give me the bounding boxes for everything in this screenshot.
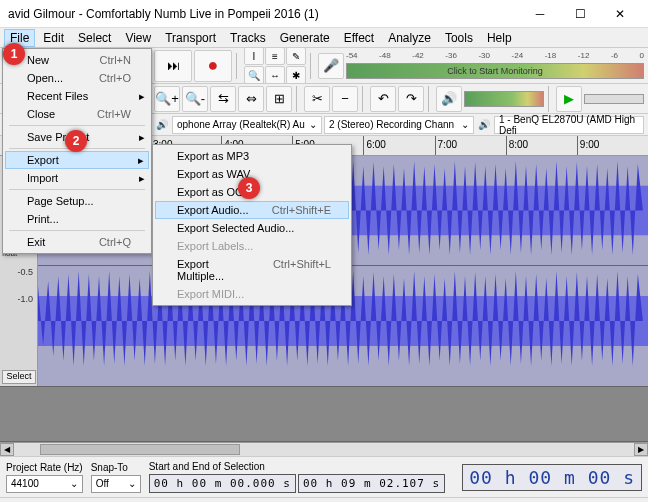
file-exit[interactable]: ExitCtrl+Q [5, 233, 149, 251]
file-close[interactable]: CloseCtrl+W [5, 105, 149, 123]
project-rate-label: Project Rate (Hz) [6, 462, 83, 473]
audio-position-display[interactable]: 00 h 00 m 00 s [462, 464, 642, 491]
track-select-button[interactable]: Select [2, 370, 36, 384]
fit-project-button[interactable]: ⇔ [238, 86, 264, 112]
silence-button[interactable]: − [332, 86, 358, 112]
scroll-left-button[interactable]: ◀ [0, 443, 14, 456]
minimize-button[interactable]: ─ [520, 0, 560, 28]
titlebar: avid Gilmour - Comfortably Numb Live in … [0, 0, 648, 28]
menu-help[interactable]: Help [481, 29, 518, 47]
annotation-2: 2 [65, 130, 87, 152]
menu-select[interactable]: Select [72, 29, 117, 47]
snap-to-combo[interactable]: Off⌄ [91, 475, 141, 493]
track-scale: -0.5 -1.0 [2, 258, 35, 313]
selection-start-input[interactable]: 00 h 00 m 00.000 s [149, 474, 296, 493]
skip-end-button[interactable]: ⏭ [154, 50, 192, 82]
export-multiple[interactable]: Export Multiple...Ctrl+Shift+L [155, 255, 349, 285]
menu-tools[interactable]: Tools [439, 29, 479, 47]
zoom-tool[interactable]: 🔍 [244, 66, 264, 84]
multi-tool[interactable]: ✱ [286, 66, 306, 84]
zoom-toggle-button[interactable]: ⊞ [266, 86, 292, 112]
empty-track-area[interactable] [0, 386, 648, 442]
mic-icon[interactable]: 🎤 [318, 53, 344, 79]
menubar: File Edit Select View Transport Tracks G… [0, 28, 648, 48]
input-device-combo[interactable]: ophone Array (Realtek(R) Au⌄ [172, 116, 322, 134]
playback-meter[interactable] [464, 91, 544, 107]
output-device-combo[interactable]: 1 - BenQ EL2870U (AMD High Defi [494, 116, 644, 134]
recording-meter[interactable]: Click to Start Monitoring [346, 63, 644, 79]
zoom-out-button[interactable]: 🔍- [182, 86, 208, 112]
scroll-right-button[interactable]: ▶ [634, 443, 648, 456]
snap-to-label: Snap-To [91, 462, 141, 473]
export-mp3[interactable]: Export as MP3 [155, 147, 349, 165]
menu-generate[interactable]: Generate [274, 29, 336, 47]
speaker-icon[interactable]: 🔊 [436, 86, 462, 112]
menu-edit[interactable]: Edit [37, 29, 70, 47]
file-export[interactable]: Export▸ [5, 151, 149, 169]
selection-end-input[interactable]: 00 h 09 m 02.107 s [298, 474, 445, 493]
horizontal-scrollbar[interactable]: ◀ ▶ [0, 442, 648, 456]
fit-selection-button[interactable]: ⇆ [210, 86, 236, 112]
window-title: avid Gilmour - Comfortably Numb Live in … [8, 7, 520, 21]
envelope-tool[interactable]: ≡ [265, 47, 285, 65]
file-print[interactable]: Print... [5, 210, 149, 228]
export-audio[interactable]: Export Audio...Ctrl+Shift+E [155, 201, 349, 219]
output-icon: 🔊 [476, 119, 492, 130]
draw-tool[interactable]: ✎ [286, 47, 306, 65]
record-button[interactable]: ● [194, 50, 232, 82]
timeshift-tool[interactable]: ↔ [265, 66, 285, 84]
maximize-button[interactable]: ☐ [560, 0, 600, 28]
play-at-speed-button[interactable]: ▶ [556, 86, 582, 112]
file-import[interactable]: Import▸ [5, 169, 149, 187]
undo-button[interactable]: ↶ [370, 86, 396, 112]
selection-label: Start and End of Selection [149, 461, 455, 472]
project-rate-combo[interactable]: 44100⌄ [6, 475, 83, 493]
channels-combo[interactable]: 2 (Stereo) Recording Chann⌄ [324, 116, 474, 134]
menu-tracks[interactable]: Tracks [224, 29, 272, 47]
record-icon: ● [208, 55, 219, 76]
trim-button[interactable]: ✂ [304, 86, 330, 112]
scroll-thumb[interactable] [40, 444, 240, 455]
selection-toolbar: Project Rate (Hz) 44100⌄ Snap-To Off⌄ St… [0, 456, 648, 497]
file-page-setup[interactable]: Page Setup... [5, 192, 149, 210]
file-open[interactable]: Open...Ctrl+O [5, 69, 149, 87]
annotation-1: 1 [3, 43, 25, 65]
export-selected-audio[interactable]: Export Selected Audio... [155, 219, 349, 237]
file-new[interactable]: NewCtrl+N [5, 51, 149, 69]
host-label: 🔊 [154, 119, 170, 130]
meter-ticks: -54-48-42-36-30-24-18-12-60 [346, 51, 644, 60]
export-submenu: Export as MP3 Export as WAV Export as OG… [152, 144, 352, 306]
export-labels: Export Labels... [155, 237, 349, 255]
selection-tool[interactable]: I [244, 47, 264, 65]
zoom-in-button[interactable]: 🔍+ [154, 86, 180, 112]
annotation-3: 3 [238, 177, 260, 199]
menu-analyze[interactable]: Analyze [382, 29, 437, 47]
export-midi: Export MIDI... [155, 285, 349, 303]
file-recent[interactable]: Recent Files▸ [5, 87, 149, 105]
redo-button[interactable]: ↷ [398, 86, 424, 112]
menu-effect[interactable]: Effect [338, 29, 380, 47]
menu-transport[interactable]: Transport [159, 29, 222, 47]
close-button[interactable]: ✕ [600, 0, 640, 28]
speed-slider[interactable] [584, 94, 644, 104]
menu-view[interactable]: View [119, 29, 157, 47]
statusbar: Stopped. [0, 497, 648, 502]
